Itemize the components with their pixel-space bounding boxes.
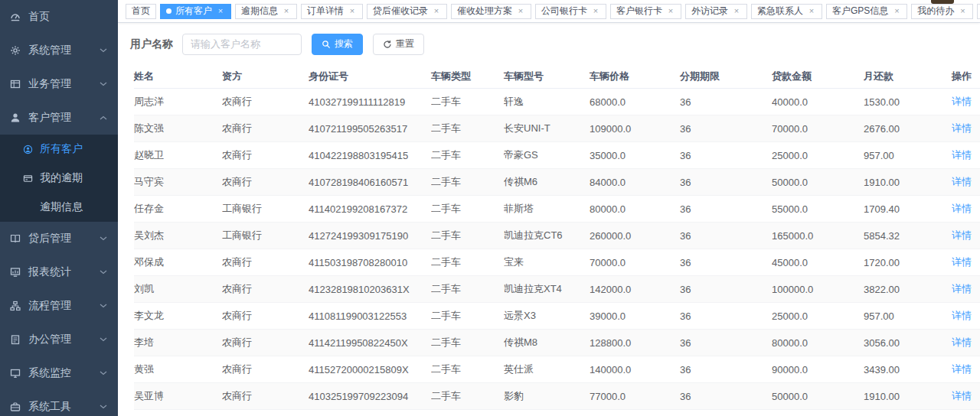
sidebar-item[interactable]: 客户管理	[0, 101, 118, 135]
table-cell: 1709.40	[864, 196, 952, 223]
close-icon[interactable]: ×	[432, 7, 441, 15]
table-cell: 二手车	[431, 303, 504, 330]
detail-link[interactable]: 详情	[952, 203, 972, 214]
tab[interactable]: 贷后催收记录×	[367, 4, 447, 19]
table-cell: 90000.0	[772, 356, 864, 383]
table-cell: 5854.32	[864, 223, 952, 249]
table-cell: 工商银行	[222, 196, 309, 223]
sidebar-item[interactable]: 系统管理	[0, 34, 118, 67]
table-cell: 411402199208167372	[309, 196, 431, 223]
reset-button[interactable]: 重置	[373, 34, 424, 55]
detail-link[interactable]: 详情	[952, 390, 972, 401]
table-cell: 二手车	[431, 276, 504, 303]
tab-label: 贷后催收记录	[373, 5, 428, 18]
sidebar-item[interactable]: 办公管理	[0, 323, 118, 356]
table-cell: 英仕派	[504, 356, 590, 383]
table-row: 任存金工商银行411402199208167372二手车菲斯塔80000.036…	[134, 196, 980, 223]
tab[interactable]: 公司银行卡×	[535, 4, 606, 19]
detail-link[interactable]: 详情	[952, 310, 972, 321]
table-cell: 二手车	[431, 169, 504, 196]
table-cell: 80000.0	[590, 196, 680, 223]
tab-active[interactable]: 所有客户×	[160, 4, 231, 19]
table-cell: 410325199709223094	[309, 383, 431, 410]
table-cell: 王明辉	[134, 410, 222, 416]
action-cell: 详情	[952, 303, 980, 330]
close-icon[interactable]: ×	[807, 7, 816, 15]
gear-icon	[10, 45, 21, 56]
table-row: 马守宾农商行410728198406160571二手车传祺M684000.036…	[134, 169, 980, 196]
table-cell: 远景X3	[504, 303, 590, 330]
app-root: 首页系统管理业务管理客户管理所有客户我的逾期逾期信息贷后管理报表统计流程管理办公…	[0, 0, 980, 416]
detail-link[interactable]: 详情	[952, 149, 972, 161]
table-cell: 411081199003122553	[309, 303, 431, 330]
table-cell: 农商行	[222, 383, 309, 410]
table-cell: 黄强	[134, 356, 222, 383]
table-cell: 李文龙	[134, 303, 222, 330]
table-cell: 957.00	[864, 142, 952, 169]
close-icon[interactable]: ×	[892, 7, 901, 15]
tab[interactable]: 客户银行卡×	[610, 4, 681, 19]
table-cell: 李培	[134, 330, 222, 356]
detail-link[interactable]: 详情	[952, 229, 972, 241]
table-cell: 100000.0	[772, 276, 864, 303]
search-button[interactable]: 搜索	[312, 34, 363, 55]
table-cell: 41152720000215809X	[309, 356, 431, 383]
sidebar-item-label: 系统工具	[28, 400, 100, 414]
sidebar-item[interactable]: 首页	[0, 0, 118, 34]
tab[interactable]: 逾期信息×	[235, 4, 297, 19]
sidebar-item[interactable]: 流程管理	[0, 289, 118, 323]
sidebar-item[interactable]: 系统工具	[0, 390, 118, 416]
detail-link[interactable]: 详情	[952, 256, 972, 268]
sidebar-item-label: 流程管理	[28, 299, 100, 313]
detail-link[interactable]: 详情	[952, 283, 972, 294]
tab[interactable]: 我的待办×	[911, 4, 973, 19]
sidebar-item-label: 报表统计	[28, 265, 100, 279]
tab[interactable]: 订单详情×	[301, 4, 363, 19]
table-cell: 84000.0	[590, 169, 680, 196]
table-cell: 马守宾	[134, 169, 222, 196]
tab[interactable]: 首页	[126, 4, 156, 19]
sidebar-item[interactable]: 业务管理	[0, 67, 118, 101]
table-cell: 农商行	[222, 330, 309, 356]
tab[interactable]: 外访记录×	[685, 4, 747, 19]
detail-link[interactable]: 详情	[952, 336, 972, 348]
column-header: 资方	[222, 65, 309, 89]
tab[interactable]: 紧急联系人×	[751, 4, 822, 19]
close-icon[interactable]: ×	[591, 7, 600, 15]
close-icon[interactable]: ×	[216, 7, 225, 15]
sidebar-item[interactable]: 贷后管理	[0, 222, 118, 255]
detail-link[interactable]: 详情	[952, 122, 972, 134]
close-icon[interactable]: ×	[958, 7, 967, 15]
close-icon[interactable]: ×	[516, 7, 525, 15]
table-cell: 传祺M6	[504, 169, 590, 196]
column-header: 身份证号	[309, 65, 431, 89]
sidebar-submenu: 所有客户我的逾期逾期信息	[0, 135, 118, 222]
detail-link[interactable]: 详情	[952, 96, 972, 107]
table-cell: 36	[680, 169, 772, 196]
table-cell: 411503198708280010	[309, 249, 431, 276]
table-cell: 吴亚博	[134, 383, 222, 410]
close-icon[interactable]: ×	[282, 7, 291, 15]
close-icon[interactable]: ×	[666, 7, 675, 15]
table-row: 吴亚博农商行410325199709223094二手车影豹77000.03650…	[134, 383, 980, 410]
tab[interactable]: 我的流程×	[977, 4, 980, 19]
close-icon[interactable]: ×	[348, 7, 357, 15]
sidebar-submenu-item[interactable]: 我的逾期	[0, 164, 118, 193]
table-cell: 帝豪GS	[504, 142, 590, 169]
table-cell: 55000.0	[772, 196, 864, 223]
table-cell: 70000.0	[772, 115, 864, 142]
column-header: 车辆价格	[590, 65, 680, 89]
submenu-item-label: 我的逾期	[40, 171, 83, 185]
sidebar-item[interactable]: 系统监控	[0, 356, 118, 390]
sidebar-submenu-item[interactable]: 逾期信息	[0, 193, 118, 222]
table-cell: 凯迪拉克CT6	[504, 223, 590, 249]
close-icon[interactable]: ×	[732, 7, 741, 15]
tab[interactable]: 客户GPS信息×	[826, 4, 907, 19]
tab[interactable]: 催收处理方案×	[451, 4, 531, 19]
detail-link[interactable]: 详情	[952, 176, 972, 187]
sidebar-submenu-item[interactable]: 所有客户	[0, 135, 118, 164]
sidebar-item[interactable]: 报表统计	[0, 255, 118, 289]
detail-link[interactable]: 详情	[952, 363, 972, 375]
table-cell: 二手车	[431, 410, 504, 416]
customer-name-input[interactable]	[182, 34, 302, 55]
